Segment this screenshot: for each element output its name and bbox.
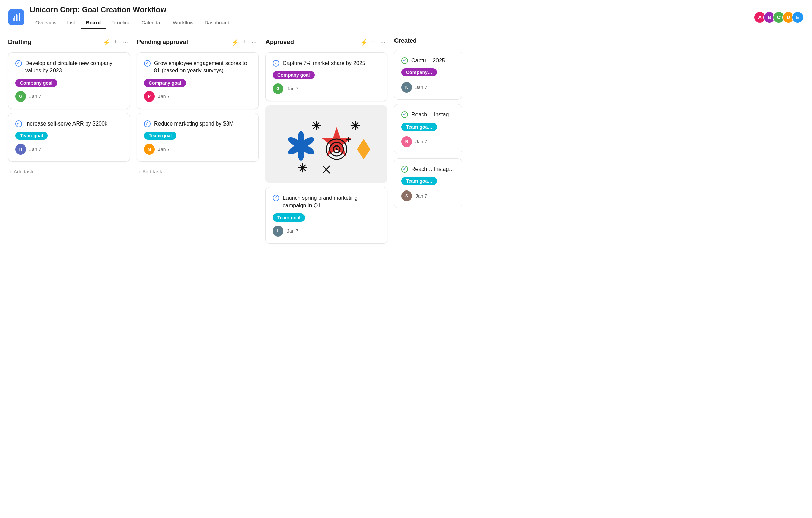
card-footer-approved-3: L Jan 7 <box>273 226 380 237</box>
add-col-btn-drafting[interactable]: + <box>112 37 120 47</box>
column-pending: Pending approval ⚡ + ··· Grow employee e… <box>137 37 259 177</box>
tab-list[interactable]: List <box>62 17 81 29</box>
app-title: Unicorn Corp: Goal Creation Workflow <box>30 5 754 14</box>
check-icon-approved-3 <box>273 195 279 201</box>
column-title-drafting: Drafting <box>8 39 100 46</box>
card-date-pending-1: Jan 7 <box>158 94 170 99</box>
column-drafting: Drafting ⚡ + ··· Develop and circulate n… <box>8 37 130 177</box>
lightning-icon-drafting: ⚡ <box>103 39 110 46</box>
lightning-icon-pending: ⚡ <box>232 39 239 46</box>
card-avatar-approved-3: L <box>273 226 283 237</box>
card-title-drafting-1: Develop and circulate new company values… <box>15 60 123 75</box>
tab-timeline[interactable]: Timeline <box>106 17 136 29</box>
card-date-drafting-1: Jan 7 <box>29 94 41 99</box>
card-title-drafting-2: Increase self-serve ARR by $200k <box>15 120 123 128</box>
card-footer-pending-1: P Jan 7 <box>144 91 252 102</box>
column-header-created: Created <box>394 37 462 44</box>
tag-company-approved-1[interactable]: Company goal <box>273 71 315 79</box>
column-title-pending: Pending approval <box>137 39 229 46</box>
check-icon-pending-1 <box>144 60 151 67</box>
tag-team-created-2[interactable]: Team goa… <box>401 123 437 131</box>
tag-team-approved-3[interactable]: Team goal <box>273 213 305 222</box>
check-icon-created-3: ✓ <box>401 166 408 173</box>
card-date-pending-2: Jan 7 <box>158 147 170 152</box>
card-avatar-drafting-2: H <box>15 144 26 155</box>
svg-point-11 <box>336 148 338 150</box>
tab-board[interactable]: Board <box>81 17 106 29</box>
check-icon-drafting-2 <box>15 120 22 127</box>
col-actions-drafting: ⚡ + ··· <box>100 37 130 47</box>
more-col-btn-approved[interactable]: ··· <box>378 37 387 47</box>
svg-text:+: + <box>346 134 351 144</box>
col-actions-approved: ⚡ + ··· <box>358 37 387 47</box>
tag-team-drafting-2[interactable]: Team goal <box>15 132 48 140</box>
card-avatar-pending-1: P <box>144 91 155 102</box>
card-footer-created-3: S Jan 7 <box>401 190 455 201</box>
analytics-icon <box>12 13 21 22</box>
card-approved-1: Capture 7% market share by 2025 Company … <box>265 52 387 101</box>
card-title-created-1: ✓ Captu… 2025 <box>401 57 455 64</box>
more-col-btn-drafting[interactable]: ··· <box>121 37 130 47</box>
column-approved: Approved ⚡ + ··· Capture 7% market share… <box>265 37 387 248</box>
app-logo <box>8 9 24 25</box>
column-header-pending: Pending approval ⚡ + ··· <box>137 37 259 47</box>
tag-company-created-1[interactable]: Company… <box>401 68 437 76</box>
card-title-approved-1: Capture 7% market share by 2025 <box>273 60 380 67</box>
tag-company-pending-1[interactable]: Company goal <box>144 79 186 87</box>
column-created: Created ✓ Captu… 2025 Company… K Jan 7 ✓… <box>394 37 462 212</box>
card-footer-created-2: R Jan 7 <box>401 136 455 147</box>
card-avatar-created-1: K <box>401 82 412 93</box>
card-avatar-pending-2: M <box>144 144 155 155</box>
column-title-approved: Approved <box>265 39 358 46</box>
card-title-created-3: ✓ Reach… Instag… <box>401 165 455 173</box>
more-col-btn-pending[interactable]: ··· <box>250 37 259 47</box>
card-date-created-2: Jan 7 <box>415 139 427 144</box>
card-footer-pending-2: M Jan 7 <box>144 144 252 155</box>
card-date-approved-1: Jan 7 <box>287 86 298 91</box>
card-footer-approved-1: G Jan 7 <box>273 83 380 94</box>
card-avatar-drafting-1: G <box>15 91 26 102</box>
check-icon-created-2: ✓ <box>401 111 408 118</box>
tag-team-created-3[interactable]: Team goa… <box>401 177 437 185</box>
card-date-created-3: Jan 7 <box>415 193 427 199</box>
nav-tabs: Overview List Board Timeline Calendar Wo… <box>30 17 754 29</box>
card-footer-created-1: K Jan 7 <box>401 82 455 93</box>
lightning-icon-approved: ⚡ <box>360 39 368 46</box>
card-title-pending-2: Reduce marketing spend by $3M <box>144 120 252 128</box>
column-title-created: Created <box>394 37 462 44</box>
check-icon-drafting-1 <box>15 60 22 67</box>
card-drafting-2: Increase self-serve ARR by $200k Team go… <box>8 113 130 162</box>
add-task-pending[interactable]: + Add task <box>137 166 259 177</box>
check-icon-created-1: ✓ <box>401 57 408 64</box>
card-title-approved-3: Launch spring brand marketing campaign i… <box>273 194 380 209</box>
column-header-drafting: Drafting ⚡ + ··· <box>8 37 130 47</box>
col-actions-pending: ⚡ + ··· <box>229 37 259 47</box>
tab-overview[interactable]: Overview <box>30 17 62 29</box>
card-approved-3: Launch spring brand marketing campaign i… <box>265 187 387 244</box>
tab-dashboard[interactable]: Dashboard <box>199 17 235 29</box>
tag-team-pending-2[interactable]: Team goal <box>144 132 176 140</box>
add-col-btn-pending[interactable]: + <box>240 37 248 47</box>
tab-workflow[interactable]: Workflow <box>167 17 199 29</box>
add-col-btn-approved[interactable]: + <box>369 37 377 47</box>
tag-company-drafting-1[interactable]: Company goal <box>15 79 57 87</box>
card-date-created-1: Jan 7 <box>415 85 427 90</box>
check-icon-approved-1 <box>273 60 279 67</box>
card-date-approved-3: Jan 7 <box>287 228 298 234</box>
card-pending-2: Reduce marketing spend by $3M Team goal … <box>137 113 259 162</box>
card-created-1: ✓ Captu… 2025 Company… K Jan 7 <box>394 50 462 100</box>
app-header: Unicorn Corp: Goal Creation Workflow Ove… <box>0 0 812 29</box>
board-container: Drafting ⚡ + ··· Develop and circulate n… <box>0 29 812 510</box>
card-date-drafting-2: Jan 7 <box>29 147 41 152</box>
avatar-group: A B C D E <box>754 11 804 23</box>
card-avatar-approved-1: G <box>273 83 283 94</box>
decorative-card-approved: + <box>265 105 387 183</box>
card-footer-drafting-1: G Jan 7 <box>15 91 123 102</box>
card-title-created-2: ✓ Reach… Instag… <box>401 111 455 118</box>
card-pending-1: Grow employee engagement scores to 81 (b… <box>137 52 259 109</box>
tab-calendar[interactable]: Calendar <box>136 17 167 29</box>
add-task-drafting[interactable]: + Add task <box>8 166 130 177</box>
svg-rect-0 <box>265 105 387 183</box>
column-header-approved: Approved ⚡ + ··· <box>265 37 387 47</box>
avatar-5: E <box>792 11 804 23</box>
